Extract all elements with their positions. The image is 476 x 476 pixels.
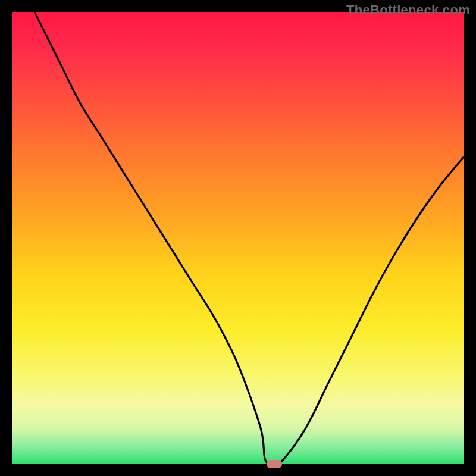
plot-area — [12, 12, 464, 464]
min-marker — [267, 460, 282, 468]
watermark-text: TheBottleneck.com — [346, 2, 470, 18]
chart-frame: TheBottleneck.com — [0, 0, 476, 476]
bottleneck-curve — [12, 12, 464, 464]
